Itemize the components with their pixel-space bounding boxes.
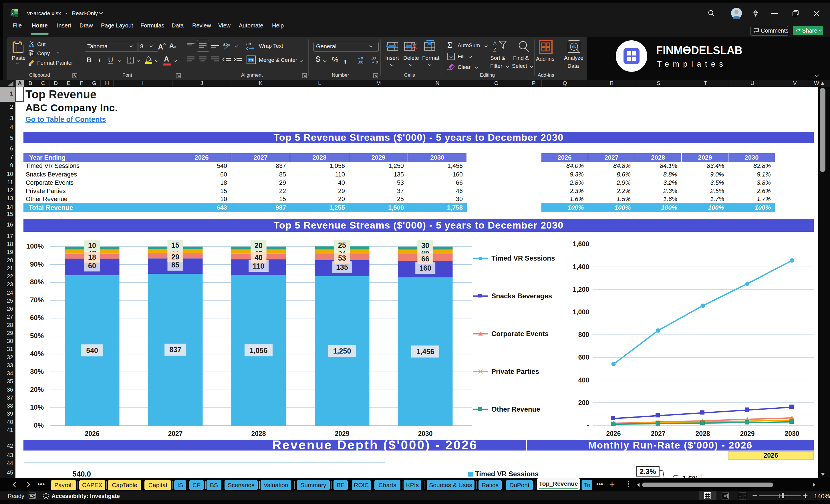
svg-text:x: x [11, 11, 14, 16]
svg-text:-: - [587, 421, 589, 429]
svg-text:Timed VR Sessions: Timed VR Sessions [491, 254, 555, 262]
svg-text:100%: 100% [26, 242, 44, 250]
svg-text:160: 160 [419, 264, 431, 272]
svg-text:30: 30 [421, 242, 429, 249]
svg-text:200: 200 [578, 399, 589, 406]
svg-text:15: 15 [171, 241, 179, 249]
svg-text:30%: 30% [30, 368, 44, 375]
svg-text:2029: 2029 [334, 430, 349, 437]
svg-text:2028: 2028 [251, 430, 266, 437]
svg-text:1,456: 1,456 [416, 348, 435, 355]
svg-text:0%: 0% [34, 421, 44, 429]
svg-text:2028: 2028 [695, 430, 710, 437]
svg-text:.00: .00 [371, 56, 376, 60]
svg-text:90%: 90% [30, 260, 44, 268]
svg-text:Z: Z [493, 46, 497, 53]
svg-text:Private Parties: Private Parties [491, 368, 539, 375]
svg-text:2029: 2029 [740, 430, 755, 437]
svg-text:800: 800 [578, 331, 589, 338]
svg-text:25: 25 [338, 241, 346, 249]
svg-text:0: 0 [361, 56, 363, 60]
svg-text:50%: 50% [30, 332, 44, 340]
svg-text:Snacks Beverages: Snacks Beverages [491, 292, 552, 300]
svg-text:540: 540 [86, 346, 98, 354]
svg-text:1,250: 1,250 [333, 347, 351, 355]
svg-text:2027: 2027 [168, 430, 183, 437]
svg-text:135: 135 [336, 263, 348, 271]
svg-text:837: 837 [169, 346, 181, 353]
svg-text:.00: .00 [358, 60, 363, 64]
svg-text:80%: 80% [30, 278, 44, 286]
svg-text:60: 60 [88, 262, 96, 270]
svg-text:ab: ab [246, 41, 251, 46]
svg-text:1,000: 1,000 [573, 308, 589, 316]
svg-text:Corporate Events: Corporate Events [491, 330, 549, 338]
svg-text:10%: 10% [30, 403, 44, 411]
svg-text:2026: 2026 [85, 430, 99, 437]
svg-text:0: 0 [376, 60, 378, 64]
svg-text:66: 66 [421, 255, 429, 263]
svg-text:2027: 2027 [651, 430, 665, 437]
svg-text:2026: 2026 [606, 430, 620, 437]
svg-text:29: 29 [171, 253, 179, 261]
svg-text:1,400: 1,400 [573, 263, 589, 271]
svg-text:ab: ab [223, 42, 228, 46]
svg-text:18: 18 [88, 253, 96, 261]
svg-text:20%: 20% [30, 385, 44, 393]
svg-text:20: 20 [255, 242, 262, 249]
svg-text:1,600: 1,600 [573, 240, 589, 248]
svg-text:40: 40 [255, 253, 262, 261]
svg-text:10: 10 [88, 242, 96, 249]
svg-text:70%: 70% [30, 296, 44, 304]
svg-text:1,200: 1,200 [573, 286, 589, 293]
svg-text:Other Revenue: Other Revenue [491, 405, 540, 413]
svg-text:40%: 40% [30, 350, 44, 357]
svg-text:600: 600 [578, 353, 589, 361]
svg-text:400: 400 [578, 376, 589, 384]
svg-text:60%: 60% [30, 314, 44, 321]
svg-text:53: 53 [338, 254, 346, 262]
svg-text:1,056: 1,056 [250, 346, 268, 354]
svg-text:A: A [493, 40, 497, 46]
svg-text:2030: 2030 [418, 430, 433, 437]
svg-text:c: c [246, 46, 249, 51]
svg-text:110: 110 [253, 262, 264, 270]
svg-text:2030: 2030 [785, 430, 799, 437]
